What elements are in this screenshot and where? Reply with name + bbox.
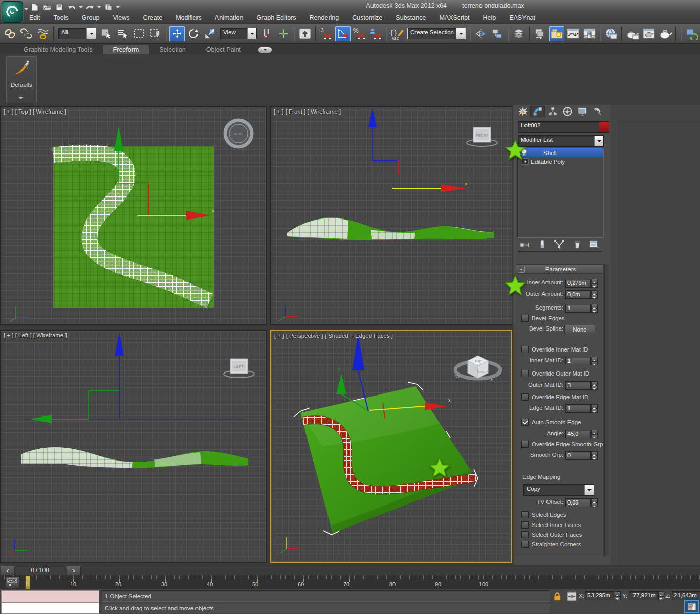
select-by-name-icon[interactable] [115,26,130,41]
move-gizmo-front[interactable]: x [368,108,468,192]
use-pivot-point-icon[interactable] [259,26,275,41]
dropdown-arrow-icon[interactable] [594,136,603,146]
selection-lock-icon[interactable] [553,591,561,601]
defaults-panel-button[interactable]: Defaults [6,56,37,103]
inner-mat-id-spinner[interactable] [591,357,598,365]
dropdown-arrow-icon[interactable] [86,28,96,39]
motion-tab-icon[interactable] [560,106,575,117]
select-object-icon[interactable] [99,26,114,41]
inner-amount-field[interactable]: 0,279m [565,279,591,288]
app-menu-arrow-icon[interactable] [24,8,28,12]
menu-maxscript[interactable]: MAXScript [432,13,476,23]
gizmo-y-arrow[interactable] [336,374,346,394]
menu-easynat[interactable]: EASYnat [502,13,542,23]
modify-tab-icon[interactable] [530,106,545,117]
gizmo-x-arrow[interactable] [441,184,466,192]
segments-spinner[interactable] [591,304,598,313]
coord-y-field[interactable]: -77,921m [629,591,658,600]
outer-mat-id-spinner[interactable] [591,381,598,390]
maxscript-mini-listener-output[interactable] [1,590,99,603]
left-compass[interactable]: LEFT [224,359,254,378]
render-setup-icon[interactable] [625,26,640,41]
viewport-perspective[interactable]: y x W S TOP FRONT [ + ] [ [270,330,512,563]
override-edge-mat-checkbox[interactable] [521,393,529,401]
previous-frame-button[interactable]: < [1,566,15,576]
straighten-corners-checkbox[interactable] [521,541,529,548]
tv-offset-field[interactable]: 0,05 [565,498,591,507]
substance-update-icon[interactable] [684,26,699,41]
snaps-toggle-3d-icon[interactable]: 3 [319,26,334,41]
segments-field[interactable]: 1 [565,304,591,313]
defaults-expand-arrow-icon[interactable] [19,97,23,101]
menu-edit[interactable]: Edit [23,13,47,23]
tv-offset-spinner[interactable] [591,498,598,507]
select-and-rotate-icon[interactable] [186,26,201,41]
auto-smooth-edge-checkbox[interactable] [521,419,529,426]
edge-mat-id-spinner[interactable] [591,404,598,413]
rectangular-selection-region-icon[interactable] [132,26,147,41]
qat-overflow-arrow-icon[interactable] [116,6,120,10]
gizmo-y-arrow[interactable] [30,415,52,423]
modifier-stack[interactable]: Shell + Editable Poly [517,148,603,237]
gizmo-x-arrow[interactable] [425,402,447,410]
menu-rendering[interactable]: Rendering [303,13,346,23]
undo-button[interactable] [67,3,77,12]
edge-mapping-dropdown[interactable]: Copy [523,484,594,496]
menu-tools[interactable]: Tools [47,13,75,23]
coord-z-field[interactable]: 21,643m [672,591,700,600]
modifier-stack-row-editable-poly[interactable]: + Editable Poly [518,157,603,166]
mini-curve-editor-button[interactable] [5,576,19,588]
save-file-button[interactable] [54,3,64,12]
curve-editor-icon[interactable] [565,26,581,41]
select-and-move-icon[interactable] [169,26,185,41]
terrain-profile-left[interactable] [21,447,248,468]
viewport-perspective-label[interactable]: [ + ] [ Perspective ] [ Shaded + Edged F… [274,333,393,339]
coord-x-spinner[interactable] [615,591,621,600]
new-file-button[interactable] [30,3,40,12]
outer-mat-id-field[interactable]: 3 [565,381,591,390]
menu-customize[interactable]: Customize [345,13,389,23]
parameters-rollout-header[interactable]: - Parameters [516,264,604,274]
maximize-viewport-toggle[interactable] [684,600,699,613]
bevel-edges-checkbox[interactable] [521,315,529,322]
edge-mat-id-field[interactable]: 1 [565,404,591,413]
modifier-stack-label[interactable]: Editable Poly [531,159,565,165]
bind-to-space-warp-icon[interactable] [35,26,51,41]
collapse-rollout-icon[interactable]: - [518,266,525,273]
angle-spinner[interactable] [591,430,598,438]
front-compass[interactable]: FRONT [467,127,497,146]
render-production-icon[interactable] [658,26,673,41]
time-slider-frame-display[interactable]: 0 / 100 [14,566,65,575]
gizmo-z-arrow[interactable] [368,108,377,127]
app-menu-button[interactable] [2,1,23,23]
viewport-top-label[interactable]: [ + ] [ Top ] [ Wireframe ] [4,108,67,115]
modifier-list-dropdown[interactable]: Modifier List [518,135,604,147]
viewport-front-label[interactable]: [ + ] [ Front ] [ Wireframe ] [274,108,341,115]
align-icon[interactable] [490,26,505,41]
viewport-left[interactable]: LEFT [ + ] [ Left ] [ Wireframe ] [0,330,267,563]
ribbon-tab-freeform[interactable]: Freeform [103,45,149,54]
menu-create[interactable]: Create [137,13,169,23]
viewport-top[interactable]: x TOP [ + ] [ Top ] [ Wireframe ] [0,106,267,325]
dropdown-arrow-icon[interactable] [584,485,594,495]
object-color-swatch[interactable] [599,121,609,133]
configure-modifier-sets-icon[interactable] [589,239,600,251]
open-file-button[interactable] [42,3,52,12]
redo-button[interactable] [85,3,95,12]
viewport-front[interactable]: x FRONT [ + ] [ Front ] [ Wireframe ] [270,106,512,325]
spinner-snap-toggle-icon[interactable] [368,26,383,41]
hierarchy-tab-icon[interactable] [545,106,560,117]
outer-amount-spinner[interactable] [591,290,598,299]
select-and-link-icon[interactable] [3,26,18,41]
ribbon-tab-object-paint[interactable]: Object Paint [196,45,251,54]
make-unique-icon[interactable] [554,239,565,251]
schematic-view-icon[interactable] [582,26,597,41]
material-editor-icon[interactable] [603,26,619,41]
inner-mat-id-field[interactable]: 1 [565,357,591,365]
utilities-tab-icon[interactable] [589,106,604,117]
maxscript-mini-listener-input[interactable] [1,602,99,614]
menu-views[interactable]: Views [106,13,136,23]
menu-substance[interactable]: Substance [389,13,432,23]
object-name-field[interactable]: Loft002 [518,121,602,133]
select-and-scale-icon[interactable] [202,26,217,41]
